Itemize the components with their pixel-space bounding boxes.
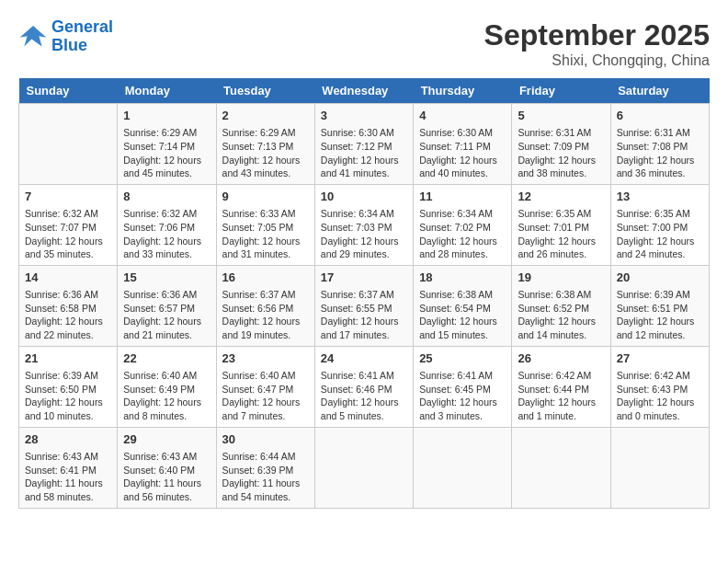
day-info: Sunrise: 6:35 AMSunset: 7:01 PMDaylight:… bbox=[518, 207, 604, 261]
weekday-header-tuesday: Tuesday bbox=[216, 78, 314, 104]
calendar-cell bbox=[414, 427, 512, 508]
calendar-cell bbox=[314, 427, 413, 508]
calendar-cell: 23Sunrise: 6:40 AMSunset: 6:47 PMDayligh… bbox=[216, 346, 314, 427]
day-number: 23 bbox=[222, 350, 309, 367]
calendar-cell: 8Sunrise: 6:32 AMSunset: 7:06 PMDaylight… bbox=[118, 184, 216, 265]
day-info: Sunrise: 6:42 AMSunset: 6:44 PMDaylight:… bbox=[518, 369, 604, 423]
day-number: 18 bbox=[419, 270, 506, 286]
calendar-cell: 6Sunrise: 6:31 AMSunset: 7:08 PMDaylight… bbox=[610, 104, 709, 185]
day-number: 24 bbox=[321, 350, 407, 367]
day-number: 5 bbox=[518, 108, 604, 124]
day-number: 22 bbox=[123, 350, 210, 367]
calendar-cell: 15Sunrise: 6:36 AMSunset: 6:57 PMDayligh… bbox=[118, 265, 216, 346]
day-number: 10 bbox=[321, 189, 407, 205]
week-row-4: 21Sunrise: 6:39 AMSunset: 6:50 PMDayligh… bbox=[19, 346, 710, 427]
weekday-header-sunday: Sunday bbox=[19, 78, 118, 104]
weekday-header-row: SundayMondayTuesdayWednesdayThursdayFrid… bbox=[19, 78, 710, 104]
day-info: Sunrise: 6:39 AMSunset: 6:51 PMDaylight:… bbox=[617, 288, 703, 342]
day-info: Sunrise: 6:42 AMSunset: 6:43 PMDaylight:… bbox=[617, 369, 703, 423]
calendar-title: September 2025 bbox=[484, 18, 710, 52]
calendar-cell: 12Sunrise: 6:35 AMSunset: 7:01 PMDayligh… bbox=[512, 184, 610, 265]
calendar-cell: 25Sunrise: 6:41 AMSunset: 6:45 PMDayligh… bbox=[414, 346, 512, 427]
day-number: 29 bbox=[123, 431, 210, 448]
day-number: 19 bbox=[518, 270, 604, 286]
day-number: 8 bbox=[123, 189, 210, 205]
calendar-table: SundayMondayTuesdayWednesdayThursdayFrid… bbox=[18, 78, 710, 509]
day-number: 28 bbox=[25, 431, 111, 448]
day-number: 30 bbox=[222, 431, 309, 448]
logo-icon bbox=[18, 24, 48, 50]
day-info: Sunrise: 6:33 AMSunset: 7:05 PMDaylight:… bbox=[222, 207, 309, 261]
day-number: 27 bbox=[617, 350, 703, 367]
calendar-cell: 2Sunrise: 6:29 AMSunset: 7:13 PMDaylight… bbox=[216, 104, 314, 185]
day-number: 20 bbox=[617, 270, 703, 286]
day-info: Sunrise: 6:31 AMSunset: 7:09 PMDaylight:… bbox=[518, 126, 604, 180]
calendar-cell: 11Sunrise: 6:34 AMSunset: 7:02 PMDayligh… bbox=[414, 184, 512, 265]
week-row-2: 7Sunrise: 6:32 AMSunset: 7:07 PMDaylight… bbox=[19, 184, 710, 265]
day-info: Sunrise: 6:31 AMSunset: 7:08 PMDaylight:… bbox=[617, 126, 703, 180]
weekday-header-saturday: Saturday bbox=[610, 78, 709, 104]
calendar-cell: 19Sunrise: 6:38 AMSunset: 6:52 PMDayligh… bbox=[512, 265, 610, 346]
calendar-cell: 27Sunrise: 6:42 AMSunset: 6:43 PMDayligh… bbox=[610, 346, 709, 427]
day-info: Sunrise: 6:30 AMSunset: 7:12 PMDaylight:… bbox=[321, 126, 407, 180]
day-number: 9 bbox=[222, 189, 309, 205]
calendar-cell: 24Sunrise: 6:41 AMSunset: 6:46 PMDayligh… bbox=[314, 346, 413, 427]
day-info: Sunrise: 6:37 AMSunset: 6:56 PMDaylight:… bbox=[222, 288, 309, 342]
day-info: Sunrise: 6:30 AMSunset: 7:11 PMDaylight:… bbox=[419, 126, 506, 180]
day-info: Sunrise: 6:36 AMSunset: 6:57 PMDaylight:… bbox=[123, 288, 210, 342]
day-number: 4 bbox=[419, 108, 506, 124]
calendar-cell bbox=[610, 427, 709, 508]
day-number: 3 bbox=[321, 108, 407, 124]
day-info: Sunrise: 6:32 AMSunset: 7:07 PMDaylight:… bbox=[25, 207, 111, 261]
weekday-header-monday: Monday bbox=[118, 78, 216, 104]
day-info: Sunrise: 6:41 AMSunset: 6:46 PMDaylight:… bbox=[321, 369, 407, 423]
day-info: Sunrise: 6:36 AMSunset: 6:58 PMDaylight:… bbox=[25, 288, 111, 342]
day-info: Sunrise: 6:29 AMSunset: 7:13 PMDaylight:… bbox=[222, 126, 309, 180]
day-info: Sunrise: 6:40 AMSunset: 6:49 PMDaylight:… bbox=[123, 369, 210, 423]
day-number: 13 bbox=[617, 189, 703, 205]
day-info: Sunrise: 6:41 AMSunset: 6:45 PMDaylight:… bbox=[419, 369, 506, 423]
day-number: 1 bbox=[123, 108, 210, 124]
day-info: Sunrise: 6:35 AMSunset: 7:00 PMDaylight:… bbox=[617, 207, 703, 261]
day-info: Sunrise: 6:43 AMSunset: 6:41 PMDaylight:… bbox=[25, 450, 111, 504]
svg-marker-0 bbox=[20, 26, 47, 46]
day-number: 14 bbox=[25, 270, 111, 286]
calendar-cell: 14Sunrise: 6:36 AMSunset: 6:58 PMDayligh… bbox=[19, 265, 118, 346]
day-info: Sunrise: 6:44 AMSunset: 6:39 PMDaylight:… bbox=[222, 450, 309, 504]
day-number: 15 bbox=[123, 270, 210, 286]
calendar-cell: 29Sunrise: 6:43 AMSunset: 6:40 PMDayligh… bbox=[118, 427, 216, 508]
day-number: 12 bbox=[518, 189, 604, 205]
day-number: 11 bbox=[419, 189, 506, 205]
week-row-5: 28Sunrise: 6:43 AMSunset: 6:41 PMDayligh… bbox=[19, 427, 710, 508]
calendar-cell: 17Sunrise: 6:37 AMSunset: 6:55 PMDayligh… bbox=[314, 265, 413, 346]
calendar-subtitle: Shixi, Chongqing, China bbox=[484, 52, 710, 69]
day-info: Sunrise: 6:32 AMSunset: 7:06 PMDaylight:… bbox=[123, 207, 210, 261]
calendar-cell: 30Sunrise: 6:44 AMSunset: 6:39 PMDayligh… bbox=[216, 427, 314, 508]
calendar-cell bbox=[512, 427, 610, 508]
calendar-cell: 9Sunrise: 6:33 AMSunset: 7:05 PMDaylight… bbox=[216, 184, 314, 265]
day-number: 6 bbox=[617, 108, 703, 124]
calendar-cell: 28Sunrise: 6:43 AMSunset: 6:41 PMDayligh… bbox=[19, 427, 118, 508]
calendar-cell bbox=[19, 104, 118, 185]
day-number: 7 bbox=[25, 189, 111, 205]
calendar-cell: 4Sunrise: 6:30 AMSunset: 7:11 PMDaylight… bbox=[414, 104, 512, 185]
day-number: 25 bbox=[419, 350, 506, 367]
title-block: September 2025 Shixi, Chongqing, China bbox=[484, 18, 710, 69]
calendar-cell: 16Sunrise: 6:37 AMSunset: 6:56 PMDayligh… bbox=[216, 265, 314, 346]
day-info: Sunrise: 6:29 AMSunset: 7:14 PMDaylight:… bbox=[123, 126, 210, 180]
calendar-cell: 18Sunrise: 6:38 AMSunset: 6:54 PMDayligh… bbox=[414, 265, 512, 346]
calendar-cell: 5Sunrise: 6:31 AMSunset: 7:09 PMDaylight… bbox=[512, 104, 610, 185]
day-info: Sunrise: 6:34 AMSunset: 7:02 PMDaylight:… bbox=[419, 207, 506, 261]
day-info: Sunrise: 6:39 AMSunset: 6:50 PMDaylight:… bbox=[25, 369, 111, 423]
day-number: 2 bbox=[222, 108, 309, 124]
calendar-cell: 3Sunrise: 6:30 AMSunset: 7:12 PMDaylight… bbox=[314, 104, 413, 185]
calendar-cell: 22Sunrise: 6:40 AMSunset: 6:49 PMDayligh… bbox=[118, 346, 216, 427]
day-info: Sunrise: 6:37 AMSunset: 6:55 PMDaylight:… bbox=[321, 288, 407, 342]
weekday-header-friday: Friday bbox=[512, 78, 610, 104]
weekday-header-thursday: Thursday bbox=[414, 78, 512, 104]
week-row-1: 1Sunrise: 6:29 AMSunset: 7:14 PMDaylight… bbox=[19, 104, 710, 185]
day-info: Sunrise: 6:38 AMSunset: 6:52 PMDaylight:… bbox=[518, 288, 604, 342]
day-number: 17 bbox=[321, 270, 407, 286]
calendar-cell: 20Sunrise: 6:39 AMSunset: 6:51 PMDayligh… bbox=[610, 265, 709, 346]
calendar-cell: 13Sunrise: 6:35 AMSunset: 7:00 PMDayligh… bbox=[610, 184, 709, 265]
